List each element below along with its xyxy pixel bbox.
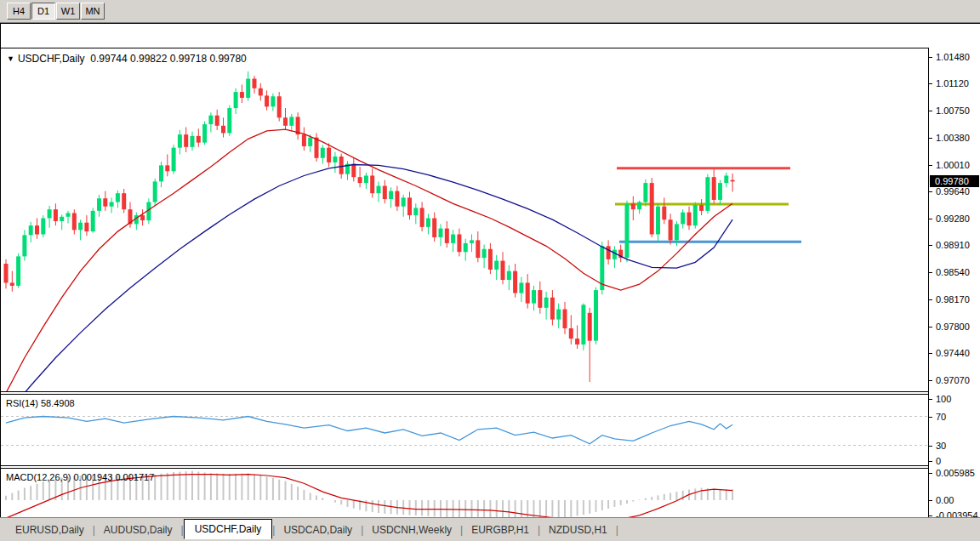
candle-body	[4, 264, 9, 282]
candle-body	[420, 208, 424, 226]
symbol-tab-usdcnh[interactable]: USDCNH,Weekly	[363, 521, 460, 539]
candle-body	[494, 261, 499, 270]
candle-body	[675, 224, 679, 240]
macd-axis-label: 0.005985	[936, 468, 975, 478]
candle-body	[159, 165, 163, 181]
rsi-axis-label: 70	[936, 412, 946, 422]
candle-body	[165, 165, 169, 171]
candle-body	[712, 177, 716, 200]
candle-body	[289, 117, 293, 125]
candle-body	[35, 225, 39, 234]
candle-body	[445, 229, 449, 243]
candle-body	[327, 148, 331, 162]
rsi-line	[6, 417, 732, 444]
candle-body	[10, 282, 14, 285]
chart-ohlc-values: 0.99744 0.99822 0.99718 0.99780	[90, 53, 247, 65]
rsi-axis-label: 100	[936, 394, 951, 404]
timeframe-button-w1[interactable]: W1	[56, 3, 80, 20]
rsi-label: RSI(14) 58.4908	[6, 398, 75, 408]
rsi-panel[interactable]: RSI(14) 58.4908	[1, 394, 928, 466]
candle-body	[662, 207, 666, 220]
candle-body	[693, 205, 698, 225]
candle-body	[246, 79, 250, 98]
candle-body	[389, 191, 393, 199]
candle-body	[364, 175, 368, 183]
candle-body	[513, 271, 517, 293]
candle-body	[84, 223, 88, 231]
candle-body	[631, 203, 635, 209]
rsi-axis-label: 30	[936, 441, 946, 451]
candle-body	[532, 290, 536, 304]
symbol-tab-usdcad[interactable]: USDCAD,Daily	[275, 521, 361, 539]
candle-body	[488, 249, 493, 270]
candle-body	[705, 177, 709, 211]
candle-body	[54, 209, 58, 221]
candle-body	[78, 223, 83, 231]
candle-body	[240, 92, 244, 98]
candle-body	[594, 290, 598, 341]
candle-body	[60, 217, 64, 221]
price-axis-label: 0.97440	[936, 348, 970, 358]
symbol-tab-audusd[interactable]: AUDUSD,Daily	[95, 521, 181, 539]
symbol-tab-eurusd[interactable]: EURUSD,Daily	[7, 521, 93, 539]
symbol-tab-nzdusd[interactable]: NZDUSD,H1	[540, 521, 616, 539]
candle-body	[315, 138, 319, 158]
candle-body	[72, 213, 77, 230]
candle-body	[41, 219, 45, 235]
candle-body	[97, 198, 101, 211]
symbol-tab-eurgbp[interactable]: EURGBP,H1	[463, 521, 538, 539]
candle-body	[413, 208, 418, 215]
candle-body	[457, 235, 461, 253]
candle-body	[16, 256, 20, 286]
candle-body	[202, 124, 207, 143]
candle-body	[482, 249, 487, 258]
candle-body	[569, 328, 573, 339]
main-price-panel[interactable]: ▼USDCHF,Daily 0.99744 0.99822 0.99718 0.…	[1, 48, 928, 392]
candle-body	[339, 157, 344, 174]
candle-body	[91, 211, 95, 231]
timeframe-button-mn[interactable]: MN	[81, 3, 105, 20]
candle-body	[277, 96, 282, 117]
candlestick-chart[interactable]	[1, 48, 928, 391]
candle-body	[215, 116, 219, 126]
chart-title: ▼USDCHF,Daily 0.99744 0.99822 0.99718 0.…	[7, 53, 247, 65]
ma-slow-line	[6, 165, 732, 392]
candle-body	[432, 219, 436, 237]
candle-body	[377, 186, 381, 194]
price-axis-label: 0.98910	[936, 240, 970, 250]
chevron-down-icon[interactable]: ▼	[7, 54, 14, 63]
macd-panel[interactable]: MACD(12,26,9) 0.001943 0.001717	[1, 468, 928, 523]
price-axis[interactable]: 0.99780 1.014801.011201.007501.003801.00…	[928, 48, 980, 523]
candle-body	[402, 197, 406, 206]
candle-body	[66, 213, 71, 216]
candle-body	[370, 175, 374, 193]
candle-body	[110, 202, 114, 207]
timeframe-toolbar: H4D1W1MN	[0, 0, 980, 23]
candle-body	[333, 157, 337, 162]
candle-body	[116, 193, 120, 202]
candle-body	[637, 202, 641, 210]
candle-body	[687, 213, 692, 226]
price-axis-label: 1.00380	[936, 133, 970, 143]
candle-body	[544, 298, 549, 308]
chart-symbol-label: USDCHF,Daily	[18, 53, 85, 65]
candle-body	[519, 282, 523, 293]
candle-body	[283, 117, 288, 125]
price-axis-label: 0.99640	[936, 186, 970, 196]
current-price-tag: 0.99780	[930, 175, 979, 187]
candle-body	[184, 134, 188, 147]
candle-body	[358, 177, 362, 183]
candle-body	[588, 313, 592, 341]
timeframe-button-h4[interactable]: H4	[7, 3, 31, 20]
macd-axis-label: 0.00	[936, 495, 954, 505]
candle-body	[302, 134, 306, 146]
candle-body	[308, 138, 312, 146]
symbol-tab-usdchf[interactable]: USDCHF,Daily	[184, 519, 273, 539]
candle-body	[208, 116, 213, 124]
candle-body	[464, 243, 468, 252]
candle-body	[103, 198, 107, 206]
tab-separator: |	[616, 524, 618, 536]
candle-body	[470, 240, 474, 242]
timeframe-button-d1[interactable]: D1	[31, 3, 55, 20]
candle-body	[476, 240, 480, 258]
